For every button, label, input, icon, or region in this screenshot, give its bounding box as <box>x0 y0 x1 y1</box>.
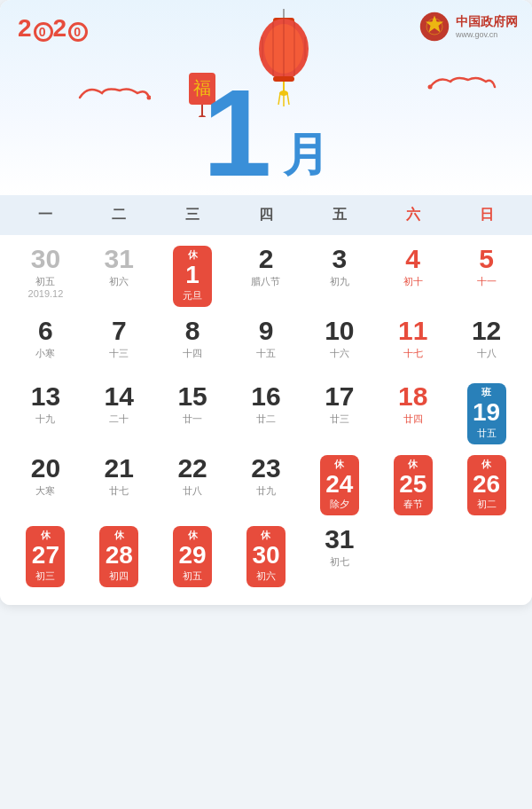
cell-21: 21 廿七 <box>82 450 156 520</box>
badge-label: 休 <box>481 458 491 471</box>
cell-20: 20 大寒 <box>9 450 82 520</box>
cell-26: 休 26 初二 <box>450 450 523 520</box>
weekday-mon: 一 <box>9 202 82 228</box>
badge-num: 27 <box>32 542 59 569</box>
badge-label: 休 <box>114 529 124 542</box>
year-logo: 2020 <box>18 14 88 43</box>
cell-17: 17 廿三 <box>302 378 376 448</box>
day-lunar: 初十 <box>403 275 423 288</box>
day-number: 5 <box>479 244 494 273</box>
calendar-grid: 30 初五 2019.12 31 初六 休 1 元旦 2 腊八节 3 初九 <box>0 235 532 605</box>
badge-lunar: 初五 <box>183 569 202 583</box>
badge-label: 休 <box>41 529 51 542</box>
day-lunar: 十一 <box>477 275 497 288</box>
day-lunar: 十四 <box>183 347 202 360</box>
day-number: 6 <box>38 316 53 345</box>
cell-24: 休 24 除夕 <box>302 450 376 520</box>
day-number: 21 <box>105 453 134 483</box>
day-number: 11 <box>398 316 427 345</box>
badge-label: 休 <box>408 458 418 471</box>
weekday-thu: 四 <box>230 202 303 228</box>
badge-num: 24 <box>325 471 353 499</box>
work-badge-19: 班 19 廿五 <box>467 383 506 444</box>
cell-30: 休 30 初六 <box>230 521 303 591</box>
day-number: 17 <box>325 381 354 411</box>
badge-label: 休 <box>188 529 198 542</box>
day-lunar: 廿二 <box>256 412 276 426</box>
day-number: 31 <box>325 524 354 554</box>
holiday-badge-28: 休 28 初四 <box>99 526 138 587</box>
holiday-badge-25: 休 25 春节 <box>394 455 433 516</box>
badge-num: 26 <box>473 471 500 499</box>
weekday-fri: 五 <box>302 202 376 228</box>
cell-empty-1 <box>376 521 450 591</box>
gov-url-text: www.gov.cn <box>456 30 518 39</box>
day-number: 8 <box>185 316 200 345</box>
badge-num: 29 <box>179 542 207 569</box>
cell-25: 休 25 春节 <box>376 450 450 520</box>
day-number: 22 <box>177 453 207 483</box>
cell-2: 2 腊八节 <box>230 240 303 310</box>
day-lunar: 廿七 <box>109 484 129 498</box>
badge-lunar: 初三 <box>35 569 55 583</box>
day-number: 13 <box>31 381 60 411</box>
day-number: 9 <box>259 316 274 345</box>
cell-22: 22 廿八 <box>156 450 230 520</box>
day-number: 3 <box>332 244 348 273</box>
day-number: 14 <box>105 381 134 411</box>
day-lunar: 腊八节 <box>251 275 280 288</box>
day-number: 20 <box>31 453 60 483</box>
day-lunar: 廿九 <box>256 484 276 498</box>
day-lunar: 初七 <box>330 555 349 569</box>
prev-month-label: 2019.12 <box>28 288 64 299</box>
cell-11: 11 十七 <box>376 312 450 376</box>
holiday-badge-24: 休 24 除夕 <box>320 455 359 516</box>
badge-lunar: 初四 <box>109 569 129 583</box>
calendar-header: 2020 中国政府网 www.gov.cn <box>0 0 532 195</box>
day-number: 10 <box>325 316 354 345</box>
cell-15: 15 廿一 <box>156 378 230 448</box>
cell-14: 14 二十 <box>82 378 156 448</box>
badge-lunar: 元旦 <box>183 289 202 302</box>
day-number: 4 <box>405 244 420 273</box>
day-number: 7 <box>112 316 127 345</box>
cell-19: 班 19 廿五 <box>450 378 523 448</box>
gov-logo: 中国政府网 www.gov.cn <box>419 11 518 43</box>
gov-name-text: 中国政府网 <box>456 14 518 30</box>
holiday-badge-30: 休 30 初六 <box>246 526 286 587</box>
cloud-right-decoration <box>426 71 497 99</box>
day-number: 12 <box>472 316 501 345</box>
cell-13: 13 十九 <box>9 378 82 448</box>
svg-point-4 <box>428 85 433 90</box>
badge-num: 25 <box>399 471 426 499</box>
day-number: 30 <box>31 244 60 273</box>
badge-lunar: 初二 <box>477 498 497 511</box>
cell-9: 9 十五 <box>230 312 303 376</box>
day-number: 23 <box>251 453 280 483</box>
day-lunar: 廿三 <box>330 412 349 426</box>
calendar-wrapper: 2020 中国政府网 www.gov.cn <box>0 0 532 605</box>
day-number: 2 <box>259 244 274 273</box>
badge-num: 30 <box>252 542 279 569</box>
badge-label: 休 <box>334 458 344 471</box>
day-number: 16 <box>251 381 280 411</box>
cell-prev-31: 31 初六 <box>82 240 156 310</box>
badge-lunar: 廿五 <box>477 427 497 440</box>
day-lunar: 廿四 <box>403 412 423 426</box>
weekday-tue: 二 <box>82 202 156 228</box>
cell-1: 休 1 元旦 <box>156 240 230 310</box>
day-lunar: 初九 <box>330 275 349 288</box>
day-lunar: 廿八 <box>183 484 202 498</box>
day-number: 18 <box>398 381 427 411</box>
cell-31: 31 初七 <box>302 521 376 591</box>
badge-num: 19 <box>473 399 500 427</box>
badge-num: 1 <box>185 262 200 289</box>
month-display: 1 月 <box>203 71 330 195</box>
holiday-badge-1: 休 1 元旦 <box>173 246 212 307</box>
cell-10: 10 十六 <box>302 312 376 376</box>
day-lunar: 初六 <box>109 275 129 288</box>
day-lunar: 十三 <box>109 347 129 360</box>
badge-lunar: 除夕 <box>330 498 349 511</box>
cell-6: 6 小寒 <box>9 312 82 376</box>
day-lunar: 十八 <box>477 347 497 360</box>
